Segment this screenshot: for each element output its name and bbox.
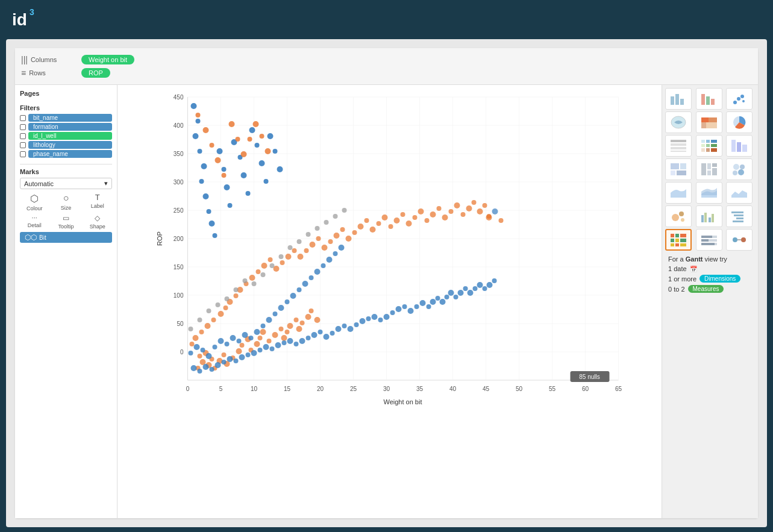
tooltip-icon: ▭ <box>63 214 69 222</box>
svg-rect-291 <box>671 147 686 149</box>
chart-type-choropleth[interactable] <box>696 111 722 133</box>
chart-type-bullet[interactable] <box>696 229 722 251</box>
svg-point-201 <box>440 299 446 305</box>
mark-shape[interactable]: ◇ Shape <box>83 214 112 230</box>
rows-value-pill[interactable]: ROP <box>81 68 110 78</box>
svg-rect-324 <box>712 214 714 222</box>
chart-type-grouped-bar[interactable] <box>696 205 722 227</box>
left-panel: Pages Filters bit_name formation <box>15 85 117 518</box>
svg-point-279 <box>733 101 737 104</box>
svg-point-231 <box>249 127 255 133</box>
svg-text:50: 50 <box>177 321 184 327</box>
chart-type-treemap[interactable] <box>665 158 692 180</box>
svg-point-71 <box>279 327 284 331</box>
label-label: Label <box>91 203 104 209</box>
svg-point-212 <box>492 278 497 283</box>
svg-point-251 <box>306 232 311 237</box>
chart-type-scatter-selected[interactable] <box>726 88 753 110</box>
svg-rect-325 <box>731 211 743 213</box>
bit-chip[interactable]: ⬡⬡ Bit <box>20 232 112 243</box>
svg-point-75 <box>294 318 299 322</box>
svg-point-247 <box>270 263 275 268</box>
svg-text:45: 45 <box>483 386 490 392</box>
svg-text:5: 5 <box>219 386 223 392</box>
svg-point-196 <box>415 304 419 309</box>
filter-chip-bit-name[interactable]: bit_name <box>28 114 112 122</box>
svg-point-249 <box>288 245 293 250</box>
chart-type-map[interactable] <box>665 111 692 133</box>
svg-point-192 <box>390 310 395 315</box>
svg-point-107 <box>340 227 345 232</box>
svg-point-97 <box>280 260 285 265</box>
chart-type-bar[interactable] <box>665 88 692 110</box>
svg-point-161 <box>203 364 209 370</box>
svg-point-111 <box>365 218 369 223</box>
svg-point-112 <box>370 227 376 233</box>
chart-type-line[interactable] <box>696 88 722 110</box>
columns-label-group: ||| Columns <box>21 55 81 64</box>
chart-type-area[interactable] <box>665 182 692 204</box>
filter-dot-5 <box>20 151 26 157</box>
chart-type-gantt[interactable] <box>726 205 753 227</box>
svg-point-110 <box>358 224 364 230</box>
svg-text:20: 20 <box>317 386 324 392</box>
chart-type-circle[interactable] <box>726 158 753 180</box>
chart-type-highlight-table[interactable] <box>696 135 722 157</box>
svg-point-183 <box>336 326 342 332</box>
filter-chip-phase-name[interactable]: phase_name <box>28 150 112 158</box>
chart-type-bubble[interactable] <box>665 205 692 227</box>
svg-point-87 <box>224 305 228 310</box>
svg-point-255 <box>342 208 347 213</box>
chart-type-pie[interactable] <box>726 111 753 133</box>
filters-title: Filters <box>20 104 112 111</box>
svg-point-122 <box>430 211 436 217</box>
svg-point-137 <box>213 345 218 349</box>
svg-rect-301 <box>711 148 717 152</box>
svg-point-229 <box>241 172 247 178</box>
mark-tooltip[interactable]: ▭ Tooltip <box>51 214 80 230</box>
svg-point-105 <box>328 239 333 244</box>
svg-point-106 <box>334 233 340 239</box>
filter-chip-lithology[interactable]: lithology <box>28 141 112 149</box>
svg-point-168 <box>246 352 251 357</box>
svg-point-150 <box>290 293 296 299</box>
filter-chip-id-l-well[interactable]: id_l_well <box>28 132 112 140</box>
mark-label[interactable]: T Label <box>83 193 112 211</box>
svg-point-250 <box>297 239 302 244</box>
svg-point-101 <box>304 248 309 253</box>
mark-colour[interactable]: ⬡ Colour <box>20 193 49 211</box>
svg-point-270 <box>499 218 504 223</box>
gantt-description: For a Gantt view try <box>668 255 752 263</box>
svg-point-246 <box>261 272 266 277</box>
svg-text:25: 25 <box>350 386 357 392</box>
mark-detail[interactable]: ··· Detail <box>20 214 49 230</box>
svg-rect-294 <box>706 140 710 143</box>
filter-bit-name: bit_name <box>20 114 112 122</box>
svg-point-178 <box>306 336 311 340</box>
svg-point-345 <box>741 237 746 242</box>
svg-point-239 <box>198 318 202 322</box>
chart-type-current-active[interactable] <box>665 229 692 251</box>
columns-value-pill[interactable]: Weight on bit <box>81 55 134 64</box>
filter-chip-formation[interactable]: formation <box>28 123 112 131</box>
chart-type-density[interactable] <box>726 135 753 157</box>
marks-title: Marks <box>20 168 112 175</box>
svg-point-141 <box>237 339 242 343</box>
svg-text:400: 400 <box>174 122 184 129</box>
mark-size[interactable]: ○ Size <box>51 193 80 211</box>
svg-point-258 <box>210 143 214 148</box>
marks-dropdown[interactable]: Automatic ▾ <box>20 178 112 189</box>
svg-point-66 <box>254 341 260 347</box>
chart-type-custom[interactable] <box>726 229 753 251</box>
chart-type-area3[interactable] <box>726 182 753 204</box>
calendar-icon: 📅 <box>690 266 697 272</box>
chart-type-treemap2[interactable] <box>696 158 722 180</box>
columns-row: ||| Columns Weight on bit <box>15 53 758 66</box>
filters-section: Filters bit_name formation id_l_well <box>20 104 112 159</box>
svg-point-154 <box>315 269 321 275</box>
chart-type-area2[interactable] <box>696 182 722 204</box>
filter-dot-1 <box>20 115 26 121</box>
chart-type-text-table[interactable] <box>665 135 692 157</box>
workspace: Pages Filters bit_name formation <box>15 85 758 518</box>
chevron-down-icon: ▾ <box>104 180 108 187</box>
